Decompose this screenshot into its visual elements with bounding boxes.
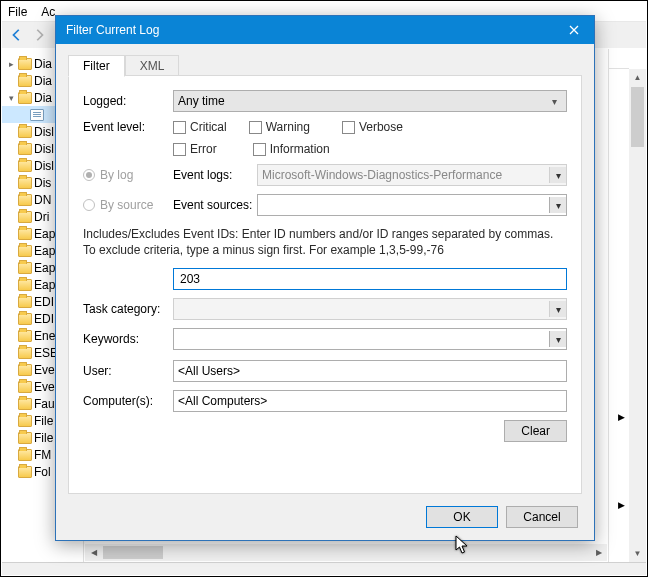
cancel-button[interactable]: Cancel bbox=[506, 506, 578, 528]
user-label: User: bbox=[83, 364, 173, 378]
folder-icon bbox=[18, 228, 32, 240]
title-bar[interactable]: Filter Current Log bbox=[56, 16, 594, 44]
logged-select[interactable]: Any time bbox=[173, 90, 567, 112]
folder-icon bbox=[18, 262, 32, 274]
logged-label: Logged: bbox=[83, 94, 173, 108]
menu-file[interactable]: File bbox=[8, 5, 27, 19]
event-logs-combo: Microsoft-Windows-Diagnostics-Performanc… bbox=[257, 164, 567, 186]
event-id-input[interactable] bbox=[173, 268, 567, 290]
task-category-combo bbox=[173, 298, 567, 320]
tree-item-label: Eap bbox=[34, 278, 55, 292]
ok-button[interactable]: OK bbox=[426, 506, 498, 528]
close-button[interactable] bbox=[554, 16, 594, 44]
dialog-title: Filter Current Log bbox=[66, 23, 554, 37]
tree-item-label: Ene bbox=[34, 329, 55, 343]
tab-filter[interactable]: Filter bbox=[68, 55, 125, 77]
computers-label: Computer(s): bbox=[83, 394, 173, 408]
folder-icon bbox=[18, 415, 32, 427]
logged-value: Any time bbox=[178, 94, 225, 108]
menu-action-truncated[interactable]: Ac bbox=[41, 5, 55, 19]
actions-pane bbox=[608, 49, 646, 562]
folder-icon bbox=[18, 126, 32, 138]
tree-item-label: Fau bbox=[34, 397, 55, 411]
folder-icon bbox=[18, 160, 32, 172]
keywords-combo[interactable] bbox=[173, 328, 567, 350]
event-logs-value: Microsoft-Windows-Diagnostics-Performanc… bbox=[262, 168, 545, 182]
tree-twist-icon[interactable] bbox=[18, 110, 28, 120]
clear-button[interactable]: Clear bbox=[504, 420, 567, 442]
warning-checkbox[interactable]: Warning bbox=[249, 120, 310, 134]
event-id-help-text: Includes/Excludes Event IDs: Enter ID nu… bbox=[83, 226, 567, 258]
folder-icon bbox=[18, 330, 32, 342]
folder-icon bbox=[18, 245, 32, 257]
folder-icon bbox=[18, 364, 32, 376]
tree-item-label: File bbox=[34, 431, 53, 445]
event-sources-label: Event sources: bbox=[173, 198, 257, 212]
tree-item-label: Dri bbox=[34, 210, 49, 224]
tab-xml[interactable]: XML bbox=[125, 55, 180, 77]
tree-item-label: Dia bbox=[34, 91, 52, 105]
folder-icon bbox=[18, 449, 32, 461]
tree-item-label: Eve bbox=[34, 363, 55, 377]
folder-icon bbox=[18, 296, 32, 308]
verbose-checkbox[interactable]: Verbose bbox=[342, 120, 403, 134]
event-level-label: Event level: bbox=[83, 120, 173, 134]
tree-twist-icon[interactable]: ▾ bbox=[6, 93, 16, 103]
chevron-down-icon bbox=[546, 94, 562, 108]
chevron-down-icon bbox=[549, 167, 566, 183]
event-sources-combo[interactable] bbox=[257, 194, 567, 216]
folder-icon bbox=[18, 92, 32, 104]
tree-item-label: Disl bbox=[34, 125, 54, 139]
log-icon bbox=[30, 109, 44, 121]
folder-icon bbox=[18, 381, 32, 393]
tree-item-label: EDI bbox=[34, 312, 54, 326]
scroll-thumb-horizontal[interactable] bbox=[103, 546, 163, 559]
tree-item-label: Fol bbox=[34, 465, 51, 479]
event-id-field[interactable] bbox=[178, 271, 562, 287]
critical-checkbox[interactable]: Critical bbox=[173, 120, 227, 134]
tree-item-label: DN bbox=[34, 193, 51, 207]
scroll-left-button[interactable] bbox=[85, 544, 102, 561]
tree-item-label: FM bbox=[34, 448, 51, 462]
tree-item-label: Disl bbox=[34, 159, 54, 173]
tree-twist-icon[interactable]: ▸ bbox=[6, 59, 16, 69]
chevron-down-icon bbox=[549, 301, 566, 317]
tree-item-label: Eve bbox=[34, 380, 55, 394]
folder-icon bbox=[18, 279, 32, 291]
folder-icon bbox=[18, 347, 32, 359]
tree-item-label: Eap bbox=[34, 227, 55, 241]
tree-item-label: Eap bbox=[34, 244, 55, 258]
chevron-down-icon[interactable] bbox=[549, 197, 566, 213]
user-input[interactable]: <All Users> bbox=[173, 360, 567, 382]
folder-icon bbox=[18, 58, 32, 70]
tree-item-label: Dia bbox=[34, 74, 52, 88]
folder-icon bbox=[18, 398, 32, 410]
scrollbar-horizontal[interactable] bbox=[85, 544, 607, 561]
computers-input[interactable]: <All Computers> bbox=[173, 390, 567, 412]
scroll-thumb[interactable] bbox=[631, 87, 644, 147]
tree-item-label: Eap bbox=[34, 261, 55, 275]
tree-item-label: File bbox=[34, 414, 53, 428]
by-log-radio: By log bbox=[83, 168, 173, 182]
keywords-label: Keywords: bbox=[83, 332, 173, 346]
error-checkbox[interactable]: Error bbox=[173, 142, 217, 156]
scroll-right-button[interactable] bbox=[590, 544, 607, 561]
chevron-down-icon[interactable] bbox=[549, 331, 566, 347]
folder-icon bbox=[18, 466, 32, 478]
scroll-up-button[interactable] bbox=[629, 69, 646, 86]
scrollbar-vertical[interactable] bbox=[629, 69, 646, 562]
tree-item-label: Dis bbox=[34, 176, 51, 190]
task-category-label: Task category: bbox=[83, 302, 173, 316]
folder-icon bbox=[18, 313, 32, 325]
filter-dialog: Filter Current Log Filter XML Logged: An… bbox=[55, 15, 595, 541]
scroll-down-button[interactable] bbox=[629, 545, 646, 562]
back-button[interactable] bbox=[8, 26, 26, 44]
forward-button[interactable] bbox=[30, 26, 48, 44]
tree-item-label: EDI bbox=[34, 295, 54, 309]
by-source-radio: By source bbox=[83, 198, 173, 212]
expand-indicator-icon bbox=[613, 409, 629, 425]
information-checkbox[interactable]: Information bbox=[253, 142, 330, 156]
folder-icon bbox=[18, 143, 32, 155]
event-logs-label: Event logs: bbox=[173, 168, 257, 182]
status-bar bbox=[2, 562, 646, 575]
